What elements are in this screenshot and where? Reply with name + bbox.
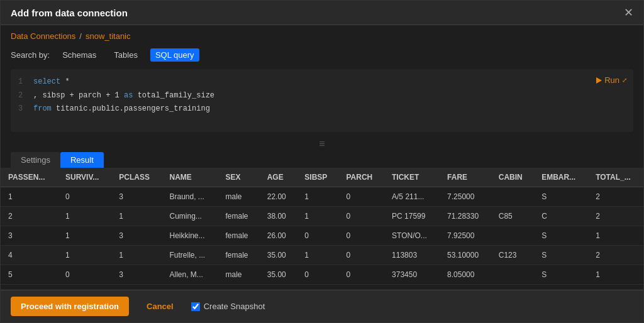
table-cell: Heikkine... — [162, 226, 218, 246]
table-cell: 35.00 — [260, 265, 297, 285]
table-cell: 35.00 — [260, 246, 297, 265]
table-cell: 26.00 — [260, 226, 297, 246]
col-sex: SEX — [218, 168, 259, 187]
snapshot-label[interactable]: Create Snapshot — [204, 302, 265, 311]
col-parch: PARCH — [338, 168, 384, 187]
drag-handle[interactable]: ≡ — [1, 136, 643, 152]
col-name: NAME — [162, 168, 218, 187]
line-num-3: 3 — [18, 102, 26, 116]
table-header-row: PASSEN... SURVIV... PCLASS NAME SEX AGE … — [1, 168, 643, 187]
table-cell: C85 — [491, 207, 534, 226]
table-cell: 3 — [111, 187, 162, 207]
table-row: 313Heikkine...female26.0000STON/O...7.92… — [1, 226, 643, 246]
table-cell: 0 — [338, 265, 384, 285]
table-row: 103Braund, ...male22.0010A/5 211...7.250… — [1, 187, 643, 207]
table-cell: S — [534, 187, 588, 207]
run-button[interactable]: Run ⤢ — [596, 75, 627, 85]
table-cell: female — [218, 246, 259, 265]
col-cabin: CABIN — [491, 168, 534, 187]
table-cell: 1 — [297, 187, 338, 207]
table-cell: 2 — [588, 207, 643, 226]
code-text-2: , sibsp + parch + 1 as total_family_size — [33, 89, 214, 103]
proceed-button[interactable]: Proceed with registration — [11, 297, 129, 316]
table-cell: 3 — [111, 226, 162, 246]
table-row: 411Futrelle, ...female35.001011380353.10… — [1, 246, 643, 265]
table-cell: Braund, ... — [162, 187, 218, 207]
close-button[interactable]: ✕ — [624, 7, 633, 18]
table-cell: 1 — [297, 207, 338, 226]
table-cell: 38.00 — [260, 207, 297, 226]
tab-tables[interactable]: Tables — [109, 48, 143, 62]
table-cell: 1 — [588, 226, 643, 246]
play-icon — [596, 77, 602, 84]
breadcrumb-separator: / — [79, 31, 82, 41]
table-cell: 3 — [111, 265, 162, 285]
col-sibsp: SIBSP — [297, 168, 338, 187]
table-cell: Futrelle, ... — [162, 246, 218, 265]
table-cell: male — [218, 187, 259, 207]
results-table-wrap[interactable]: PASSEN... SURVIV... PCLASS NAME SEX AGE … — [1, 168, 643, 290]
tab-sql-query[interactable]: SQL query — [150, 48, 199, 62]
table-cell: 71.28330 — [440, 207, 491, 226]
table-cell: 0 — [338, 207, 384, 226]
table-cell: S — [534, 246, 588, 265]
table-row: 211Cuming...female38.0010PC 1759971.2833… — [1, 207, 643, 226]
table-row: 503Allen, M...male35.00003734508.05000S1 — [1, 265, 643, 285]
table-cell: 0 — [58, 187, 111, 207]
tab-settings[interactable]: Settings — [11, 152, 60, 168]
table-cell: 7.92500 — [440, 226, 491, 246]
table-cell: 4 — [1, 246, 58, 265]
cancel-button[interactable]: Cancel — [136, 297, 184, 316]
table-cell: 53.10000 — [440, 246, 491, 265]
table-cell: 2 — [588, 187, 643, 207]
col-survived: SURVIV... — [58, 168, 111, 187]
table-cell: Cuming... — [162, 207, 218, 226]
table-cell: 22.00 — [260, 187, 297, 207]
code-line-1: 1 select * — [18, 75, 626, 89]
breadcrumb-current: snow_titanic — [86, 31, 131, 41]
code-text-1: select * — [33, 75, 70, 89]
snapshot-checkbox[interactable] — [191, 302, 200, 311]
table-cell: 1 — [58, 246, 111, 265]
table-cell: 2 — [588, 246, 643, 265]
table-cell: 1 — [58, 226, 111, 246]
table-cell: 1 — [297, 246, 338, 265]
col-passenger: PASSEN... — [1, 168, 58, 187]
table-cell: 3 — [1, 226, 58, 246]
results-table: PASSEN... SURVIV... PCLASS NAME SEX AGE … — [1, 168, 643, 285]
table-cell: PC 17599 — [384, 207, 440, 226]
tab-schemas[interactable]: Schemas — [57, 48, 101, 62]
table-cell: 0 — [58, 265, 111, 285]
table-cell: 0 — [297, 226, 338, 246]
tab-result[interactable]: Result — [60, 152, 104, 168]
col-embarked: EMBAR... — [534, 168, 588, 187]
table-cell — [491, 187, 534, 207]
expand-icon: ⤢ — [622, 77, 627, 84]
table-cell: 113803 — [384, 246, 440, 265]
modal-container: Add from data connection ✕ Data Connecti… — [0, 0, 644, 323]
modal-header: Add from data connection ✕ — [1, 1, 643, 25]
table-cell: STON/O... — [384, 226, 440, 246]
table-cell: 1 — [588, 265, 643, 285]
table-cell — [491, 265, 534, 285]
table-cell: 5 — [1, 265, 58, 285]
line-num-1: 1 — [18, 75, 26, 89]
table-cell: 1 — [1, 187, 58, 207]
table-cell: S — [534, 265, 588, 285]
table-cell: 0 — [297, 265, 338, 285]
table-cell: 373450 — [384, 265, 440, 285]
table-cell: 1 — [111, 246, 162, 265]
table-body: 103Braund, ...male22.0010A/5 211...7.250… — [1, 187, 643, 285]
line-num-2: 2 — [18, 89, 26, 103]
table-cell: 2 — [1, 207, 58, 226]
snapshot-wrap: Create Snapshot — [191, 302, 265, 311]
table-cell: A/5 211... — [384, 187, 440, 207]
code-editor[interactable]: 1 select * 2 , sibsp + parch + 1 as tota… — [11, 69, 633, 132]
table-cell: 0 — [338, 246, 384, 265]
col-age: AGE — [260, 168, 297, 187]
modal-title: Add from data connection — [11, 8, 128, 18]
breadcrumb-link[interactable]: Data Connections — [11, 31, 75, 41]
code-text-3: from titanic.public.passengers_training — [33, 102, 210, 116]
table-cell: 1 — [111, 207, 162, 226]
table-cell: 8.05000 — [440, 265, 491, 285]
